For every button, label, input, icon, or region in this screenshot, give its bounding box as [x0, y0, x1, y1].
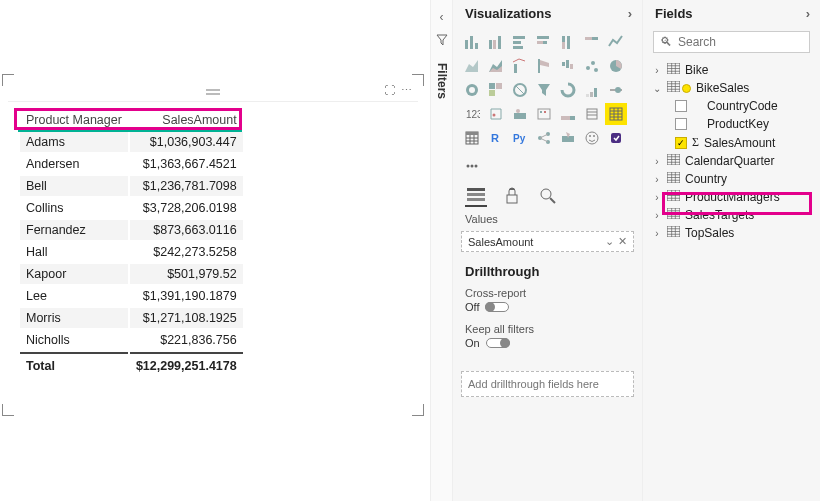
table-country[interactable]: › Country	[649, 170, 814, 188]
report-canvas[interactable]: ⛶ ⋯ Product Manager SalesAmount Adams$1,…	[0, 0, 430, 501]
cross-report-toggle[interactable]	[485, 302, 509, 312]
viz-type-icon[interactable]	[485, 103, 507, 125]
svg-rect-16	[585, 37, 592, 40]
cell-amount: $1,236,781.7098	[130, 176, 243, 196]
col-header-pm[interactable]: Product Manager	[20, 110, 128, 130]
field-checkbox[interactable]	[675, 100, 687, 112]
svg-rect-10	[537, 41, 543, 44]
fields-well-tab[interactable]	[465, 185, 487, 207]
table-row[interactable]: Bell$1,236,781.7098	[20, 176, 243, 196]
svg-point-27	[469, 87, 475, 93]
svg-rect-34	[594, 88, 597, 97]
viz-type-icon[interactable]	[485, 55, 507, 77]
viz-type-icon[interactable]	[533, 31, 555, 53]
fields-title: Fields	[655, 6, 693, 21]
chevron-icon[interactable]: ›	[652, 228, 662, 239]
viz-type-icon[interactable]	[605, 103, 627, 125]
well-dropdown-icon[interactable]: ⌄	[605, 235, 614, 248]
table-row[interactable]: Kapoor$501,979.52	[20, 264, 243, 284]
table-icon	[667, 172, 680, 186]
viz-type-icon[interactable]	[557, 55, 579, 77]
viz-type-icon[interactable]	[581, 79, 603, 101]
viz-type-icon[interactable]	[581, 103, 603, 125]
table-row[interactable]: Andersen$1,363,667.4521	[20, 154, 243, 174]
values-field-well[interactable]: SalesAmount ⌄ ✕	[461, 231, 634, 252]
field-countrycode[interactable]: CountryCode	[649, 97, 814, 115]
viz-type-icon[interactable]	[509, 79, 531, 101]
viz-type-icon[interactable]	[485, 79, 507, 101]
filters-funnel-icon[interactable]	[436, 34, 448, 49]
chevron-icon[interactable]: ›	[652, 174, 662, 185]
viz-type-icon[interactable]	[557, 31, 579, 53]
table-topsales[interactable]: › TopSales	[649, 224, 814, 242]
table-row[interactable]: Collins$3,728,206.0198	[20, 198, 243, 218]
expand-filters-icon[interactable]: ‹	[440, 10, 444, 24]
table-row[interactable]: Adams$1,036,903.447	[20, 132, 243, 152]
table-bikesales[interactable]: ⌄ BikeSales	[649, 79, 814, 97]
field-productkey[interactable]: ProductKey	[649, 115, 814, 133]
viz-type-icon[interactable]	[605, 79, 627, 101]
viz-type-icon[interactable]	[581, 55, 603, 77]
viz-type-icon[interactable]	[605, 31, 627, 53]
viz-type-icon[interactable]	[461, 31, 483, 53]
svg-rect-46	[587, 109, 597, 119]
table-row[interactable]: Nicholls$221,836.756	[20, 330, 243, 350]
drillthrough-drop-area[interactable]: Add drillthrough fields here	[461, 371, 634, 397]
viz-type-icon[interactable]: 123	[461, 103, 483, 125]
resize-handle-bl[interactable]	[2, 404, 14, 416]
svg-rect-42	[540, 111, 542, 113]
resize-handle-br[interactable]	[412, 404, 424, 416]
viz-type-icon[interactable]	[581, 127, 603, 149]
table-row[interactable]: Fernandez$873,663.0116	[20, 220, 243, 240]
collapse-fields-icon[interactable]: ›	[806, 6, 810, 21]
analytics-tab[interactable]	[537, 185, 559, 207]
chevron-icon[interactable]: ›	[652, 192, 662, 203]
viz-type-icon[interactable]	[605, 127, 627, 149]
cell-pm: Bell	[20, 176, 128, 196]
viz-type-icon[interactable]	[557, 127, 579, 149]
viz-type-icon[interactable]: R	[485, 127, 507, 149]
cell-amount: $3,728,206.0198	[130, 198, 243, 218]
viz-type-icon[interactable]	[461, 55, 483, 77]
search-input[interactable]	[678, 35, 803, 49]
viz-type-icon[interactable]	[509, 103, 531, 125]
viz-type-icon[interactable]	[509, 55, 531, 77]
svg-rect-4	[493, 40, 496, 49]
field-salesamount[interactable]: ✓ Σ SalesAmount	[649, 133, 814, 152]
keep-filters-toggle[interactable]	[486, 338, 510, 348]
viz-type-icon[interactable]	[533, 103, 555, 125]
format-tab[interactable]	[501, 185, 523, 207]
viz-type-icon[interactable]	[605, 55, 627, 77]
table-row[interactable]: Lee$1,391,190.1879	[20, 286, 243, 306]
chevron-icon[interactable]: ›	[652, 65, 662, 76]
viz-type-icon[interactable]	[557, 103, 579, 125]
collapse-viz-icon[interactable]: ›	[628, 6, 632, 21]
viz-type-icon[interactable]	[581, 31, 603, 53]
well-remove-icon[interactable]: ✕	[618, 235, 627, 248]
table-row[interactable]: Hall$242,273.5258	[20, 242, 243, 262]
filters-pane-collapsed[interactable]: ‹ Filters	[430, 0, 452, 501]
svg-rect-64	[467, 193, 485, 196]
resize-handle-tr[interactable]	[412, 74, 424, 86]
viz-type-icon[interactable]	[557, 79, 579, 101]
col-header-amount[interactable]: SalesAmount	[130, 110, 243, 130]
field-checkbox[interactable]: ✓	[675, 137, 687, 149]
viz-type-icon[interactable]	[461, 127, 483, 149]
chevron-icon[interactable]: ⌄	[652, 83, 662, 94]
table-calendarquarter[interactable]: › CalendarQuarter	[649, 152, 814, 170]
viz-type-icon[interactable]	[485, 31, 507, 53]
viz-type-icon[interactable]: Py	[509, 127, 531, 149]
chevron-icon[interactable]: ›	[652, 210, 662, 221]
chevron-icon[interactable]: ›	[652, 156, 662, 167]
table-bike[interactable]: › Bike	[649, 61, 814, 79]
fields-search[interactable]: 🔍︎	[653, 31, 810, 53]
viz-type-icon[interactable]	[461, 79, 483, 101]
field-checkbox[interactable]	[675, 118, 687, 130]
viz-type-icon[interactable]	[509, 31, 531, 53]
viz-type-icon[interactable]	[461, 151, 483, 173]
resize-handle-tl[interactable]	[2, 74, 14, 86]
viz-type-icon[interactable]	[533, 79, 555, 101]
table-row[interactable]: Morris$1,271,108.1925	[20, 308, 243, 328]
viz-type-icon[interactable]	[533, 55, 555, 77]
viz-type-icon[interactable]	[533, 127, 555, 149]
